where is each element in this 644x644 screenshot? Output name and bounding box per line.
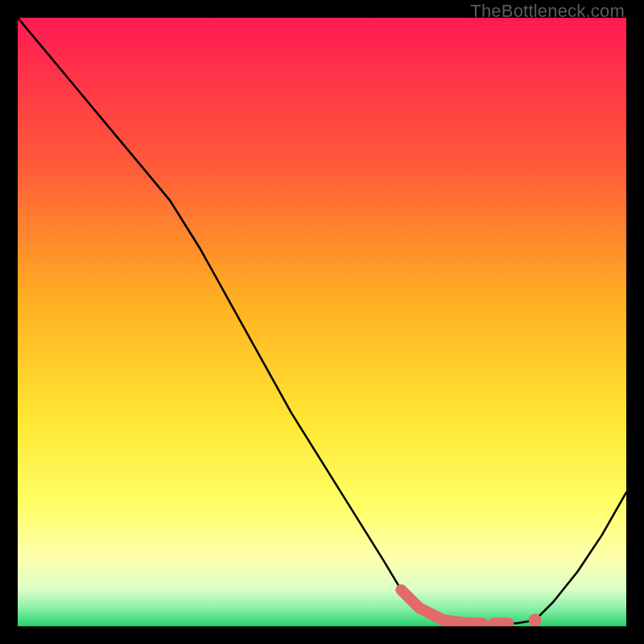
bottleneck-chart: [18, 18, 626, 626]
highlight-end-dot: [529, 613, 542, 626]
gradient-background: [18, 18, 626, 626]
chart-frame: [18, 18, 626, 626]
